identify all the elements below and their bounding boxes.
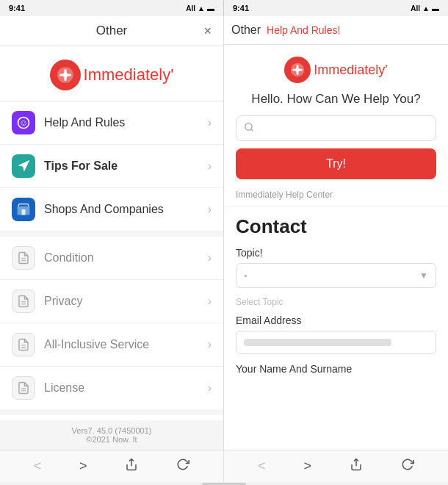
right-logo-area: Immediately' bbox=[224, 45, 448, 89]
name-label: Your Name And Surname bbox=[236, 363, 436, 375]
menu-section-2: Condition › Privacy › All-Inclusive Serv… bbox=[0, 237, 223, 409]
all-inclusive-label: All-Inclusive Service bbox=[44, 338, 208, 351]
menu-section-1: ☺ Help And Rules › Tips For Sale › bbox=[0, 101, 223, 231]
left-header-title: Other bbox=[96, 24, 128, 38]
home-bar bbox=[202, 483, 246, 485]
svg-line-22 bbox=[251, 129, 253, 132]
shops-chevron: › bbox=[208, 203, 212, 216]
search-icon bbox=[244, 122, 254, 134]
svg-point-21 bbox=[245, 123, 252, 130]
footer-copy: ©2021 Now. It bbox=[6, 435, 217, 444]
right-share-button[interactable] bbox=[344, 455, 369, 478]
right-content: Immediately' Hello. How Can We Help You?… bbox=[224, 45, 448, 450]
close-button[interactable]: × bbox=[203, 24, 212, 39]
right-header-title: Other bbox=[231, 24, 261, 37]
menu-item-all-inclusive[interactable]: All-Inclusive Service › bbox=[0, 323, 223, 367]
right-status-icons: All ▲ ▬ bbox=[411, 4, 439, 12]
condition-icon bbox=[12, 246, 35, 270]
email-placeholder-bar bbox=[244, 339, 391, 346]
right-refresh-button[interactable] bbox=[395, 455, 420, 478]
logo-icon bbox=[56, 65, 75, 85]
tips-for-sale-icon bbox=[12, 154, 35, 178]
left-header: Other × bbox=[0, 16, 223, 46]
right-logo-icon bbox=[289, 62, 306, 78]
shops-label: Shops And Companies bbox=[44, 203, 208, 216]
right-time: 9:41 bbox=[233, 4, 249, 12]
left-forward-button[interactable]: > bbox=[73, 456, 93, 477]
svg-rect-7 bbox=[22, 209, 26, 215]
logo-text-main: Immediately bbox=[84, 65, 171, 84]
left-status-bar: 9:41 All ▲ ▬ bbox=[0, 0, 224, 16]
contact-title: Contact bbox=[236, 215, 436, 238]
left-refresh-button[interactable] bbox=[170, 455, 195, 478]
svg-point-20 bbox=[296, 68, 300, 72]
right-back-button[interactable]: < bbox=[252, 456, 272, 477]
menu-item-help-rules[interactable]: ☺ Help And Rules › bbox=[0, 101, 223, 145]
left-wifi-icon: ▲ bbox=[198, 4, 205, 12]
topic-select-placeholder: Select Topic bbox=[236, 297, 436, 307]
right-bottom-nav: < > bbox=[224, 450, 448, 482]
privacy-chevron: › bbox=[208, 295, 212, 308]
search-box bbox=[236, 115, 436, 141]
main-panels: Other × Immediately' ☺ bbox=[0, 16, 448, 450]
bottom-navs: < > < > bbox=[0, 450, 448, 482]
left-network: All bbox=[186, 4, 195, 12]
left-bottom-nav: < > bbox=[0, 450, 224, 482]
topic-value: - bbox=[244, 270, 248, 281]
search-input[interactable] bbox=[260, 123, 428, 134]
email-input[interactable] bbox=[236, 331, 436, 354]
right-panel: Other Help And Rules! Immediately' Hello… bbox=[224, 16, 448, 450]
menu-list: ☺ Help And Rules › Tips For Sale › bbox=[0, 101, 223, 420]
logo-accent: ' bbox=[170, 65, 173, 84]
svg-text:☺: ☺ bbox=[19, 118, 28, 127]
menu-item-aspect[interactable]: Aspect › bbox=[0, 415, 223, 420]
menu-item-privacy[interactable]: Privacy › bbox=[0, 280, 223, 323]
topic-label: Topic! bbox=[236, 247, 436, 259]
privacy-label: Privacy bbox=[44, 295, 208, 308]
tips-for-sale-label: Tips For Sale bbox=[44, 159, 208, 173]
right-forward-button[interactable]: > bbox=[297, 456, 317, 477]
left-logo-area: Immediately' bbox=[0, 46, 223, 101]
left-footer: Vers7. 45.0 (7450001) ©2021 Now. It bbox=[0, 420, 223, 450]
home-indicator bbox=[0, 482, 448, 485]
left-logo-text: Immediately' bbox=[84, 65, 174, 85]
all-inclusive-icon bbox=[12, 333, 35, 356]
status-bars: 9:41 All ▲ ▬ 9:41 All ▲ ▬ bbox=[0, 0, 448, 16]
left-share-button[interactable] bbox=[119, 455, 144, 478]
menu-item-condition[interactable]: Condition › bbox=[0, 237, 223, 280]
privacy-icon bbox=[12, 290, 35, 313]
topic-select-arrow: ▼ bbox=[419, 270, 428, 281]
svg-point-3 bbox=[62, 73, 68, 78]
right-header-subtitle: Help And Rules! bbox=[267, 24, 340, 36]
menu-item-license[interactable]: License › bbox=[0, 367, 223, 409]
menu-item-tips-for-sale[interactable]: Tips For Sale › bbox=[0, 145, 223, 188]
license-chevron: › bbox=[208, 381, 212, 395]
help-title: Hello. How Can We Help You? bbox=[224, 89, 448, 115]
footer-version: Vers7. 45.0 (7450001) bbox=[6, 426, 217, 435]
right-network: All bbox=[411, 4, 420, 12]
help-center-label: Immediately Help Center bbox=[224, 187, 448, 206]
right-logo-main: Immediately bbox=[314, 62, 385, 77]
right-battery-icon: ▬ bbox=[432, 4, 439, 12]
tips-for-sale-chevron: › bbox=[208, 159, 212, 173]
left-time: 9:41 bbox=[9, 4, 25, 12]
left-back-button[interactable]: < bbox=[28, 456, 48, 477]
left-status-icons: All ▲ ▬ bbox=[186, 4, 214, 12]
right-logo-circle bbox=[284, 57, 311, 83]
topic-select[interactable]: - ▼ bbox=[236, 263, 436, 288]
left-battery-icon: ▬ bbox=[207, 4, 214, 12]
contact-section: Contact Topic! - ▼ Select Topic Email Ad… bbox=[224, 206, 448, 384]
left-panel: Other × Immediately' ☺ bbox=[0, 16, 224, 450]
right-wifi-icon: ▲ bbox=[422, 4, 430, 12]
right-header: Other Help And Rules! bbox=[224, 16, 448, 45]
all-inclusive-chevron: › bbox=[208, 338, 212, 351]
help-rules-icon: ☺ bbox=[12, 111, 35, 134]
right-status-bar: 9:41 All ▲ ▬ bbox=[224, 0, 448, 16]
condition-label: Condition bbox=[44, 251, 208, 265]
condition-chevron: › bbox=[208, 251, 212, 265]
license-icon bbox=[12, 376, 35, 400]
shops-icon bbox=[12, 198, 35, 221]
menu-item-shops[interactable]: Shops And Companies › bbox=[0, 188, 223, 231]
try-button[interactable]: Try! bbox=[236, 148, 436, 179]
left-logo-circle bbox=[50, 60, 81, 90]
